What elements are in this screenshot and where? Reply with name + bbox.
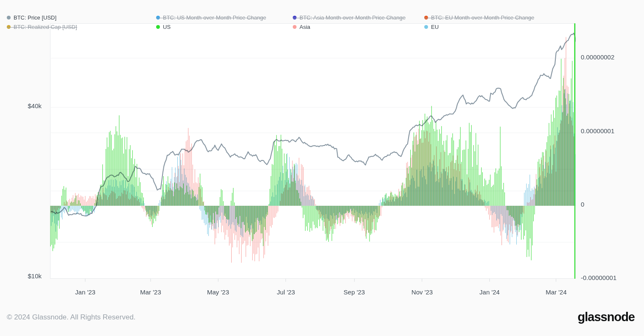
series-dot-icon: [7, 25, 11, 29]
series-dot-icon: [424, 25, 428, 29]
legend-item-asia[interactable]: Asia: [293, 24, 310, 30]
legend-label: BTC: EU Month-over-Month Price Change: [431, 14, 534, 21]
glassnode-logo: glassnode: [578, 310, 635, 324]
legend-item-asia-mom[interactable]: BTC: Asia Month-over-Month Price Change: [293, 14, 406, 21]
y-axis-tick-label-right: -0.00000001: [581, 274, 616, 282]
y-axis-tick-label-right: 0.00000002: [581, 53, 614, 61]
legend-item-eu[interactable]: EU: [424, 24, 439, 30]
legend-label: BTC: Price [USD]: [14, 14, 56, 21]
glassnode-chart-page: BTC: Price [USD] BTC: US Month-over-Mont…: [0, 0, 644, 336]
legend-label: Asia: [300, 24, 310, 30]
series-dot-icon: [424, 16, 428, 20]
x-axis-tick-label: Nov '23: [412, 288, 433, 296]
legend-row-2: BTC: Realized Cap [USD] US Asia EU: [0, 24, 644, 31]
x-axis-tick-label: Mar '24: [546, 288, 567, 296]
y-axis-tick-label-right: 0: [581, 201, 584, 208]
legend-item-btc-price[interactable]: BTC: Price [USD]: [7, 14, 56, 21]
y-axis-tick-label-left: $10k: [16, 272, 42, 280]
legend-label: BTC: US Month-over-Month Price Change: [163, 14, 266, 21]
copyright-text: © 2024 Glassnode. All Rights Reserved.: [7, 313, 136, 322]
series-dot-icon: [156, 25, 160, 29]
x-axis-tick-label: Mar '23: [140, 288, 161, 296]
legend-item-eu-mom[interactable]: BTC: EU Month-over-Month Price Change: [424, 14, 534, 21]
chart-canvas[interactable]: [0, 0, 644, 336]
y-axis-tick-label-left: $40k: [16, 102, 42, 110]
legend-label: EU: [431, 24, 439, 30]
legend-row-1: BTC: Price [USD] BTC: US Month-over-Mont…: [0, 14, 644, 22]
series-dot-icon: [293, 16, 297, 20]
legend-item-us[interactable]: US: [156, 24, 171, 30]
x-axis-tick-label: Jan '23: [75, 288, 95, 296]
y-axis-tick-label-right: 0.00000001: [581, 127, 614, 135]
x-axis-tick-label: Jan '24: [479, 288, 500, 296]
x-axis-tick-label: Jul '23: [277, 288, 295, 296]
series-dot-icon: [7, 16, 11, 20]
x-axis-tick-label: Sep '23: [344, 288, 365, 296]
x-axis-tick-label: May '23: [207, 288, 229, 296]
legend-item-realized-cap[interactable]: BTC: Realized Cap [USD]: [7, 24, 77, 30]
series-dot-icon: [156, 16, 160, 20]
legend-item-us-mom[interactable]: BTC: US Month-over-Month Price Change: [156, 14, 266, 21]
series-dot-icon: [293, 25, 297, 29]
legend-label: BTC: Asia Month-over-Month Price Change: [300, 14, 406, 21]
legend-label: BTC: Realized Cap [USD]: [14, 24, 77, 30]
legend-label: US: [163, 24, 171, 30]
